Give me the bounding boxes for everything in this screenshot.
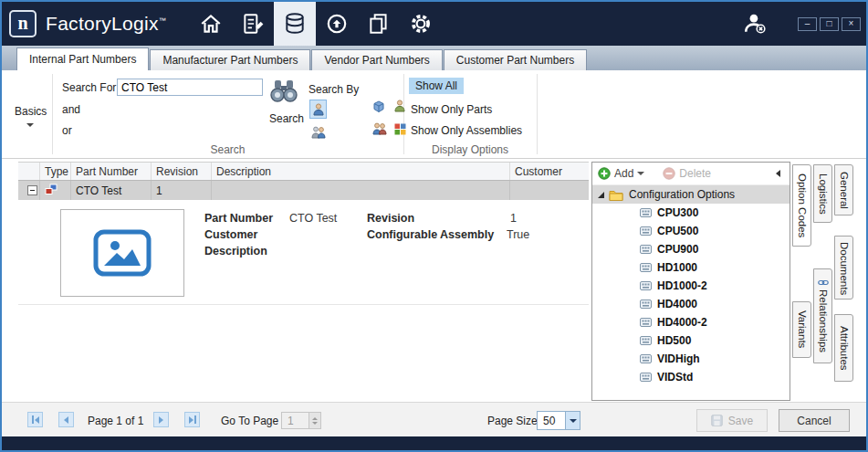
list-item[interactable]: HD4000: [592, 295, 790, 313]
search-button[interactable]: Search: [269, 112, 304, 125]
tab-manufacturer-part-numbers[interactable]: Manufacturer Part Numbers: [150, 49, 310, 70]
list-item[interactable]: CPU300: [592, 204, 790, 222]
detail-revision-label: Revision: [367, 212, 414, 225]
tab-general[interactable]: General: [834, 164, 853, 215]
production-list-icon[interactable]: [232, 2, 274, 46]
search-by-customer-icon[interactable]: [394, 123, 406, 135]
add-caret-icon: [637, 172, 644, 175]
row-part-number: CTO Test: [71, 181, 152, 200]
link-icon: [818, 279, 829, 287]
list-item[interactable]: VIDHigh: [592, 350, 790, 368]
tab-customer-part-numbers[interactable]: Customer Part Numbers: [444, 49, 587, 70]
detail-description-label: Description: [204, 245, 267, 258]
list-item[interactable]: CPU900: [592, 240, 790, 258]
goto-page-input[interactable]: 1: [281, 412, 321, 429]
part-results-grid: Type Part Number Revision Description Cu…: [18, 162, 589, 200]
search-by-label: Search By: [309, 83, 359, 96]
search-by-part-icon[interactable]: [372, 100, 385, 113]
goto-page-spinner[interactable]: [309, 413, 320, 428]
list-item[interactable]: HD1000-2: [592, 277, 790, 295]
tab-logistics[interactable]: Logistics: [813, 164, 832, 223]
table-row[interactable]: CTO Test 1: [18, 181, 589, 200]
add-plus-icon: [598, 167, 611, 180]
page-size-dropdown-icon[interactable]: [565, 412, 580, 429]
list-item[interactable]: HD1000: [592, 258, 790, 277]
assembly-type-icon: [45, 184, 58, 198]
first-page-button[interactable]: [27, 412, 43, 427]
cancel-button[interactable]: Cancel: [779, 409, 850, 432]
detail-part-number-label: Part Number: [204, 212, 273, 225]
delete-button[interactable]: Delete: [663, 167, 711, 180]
column-header-type[interactable]: Type: [40, 163, 71, 180]
search-binoculars-icon[interactable]: [268, 78, 299, 103]
tab-vendor-part-numbers[interactable]: Vendor Part Numbers: [311, 49, 442, 70]
list-item[interactable]: CPU500: [592, 222, 790, 240]
tab-variants[interactable]: Variants: [792, 301, 811, 358]
column-header-customer[interactable]: Customer: [510, 163, 589, 180]
settings-gear-icon[interactable]: [400, 2, 442, 46]
search-by-assembly-icon[interactable]: [394, 100, 405, 112]
collapse-row-button[interactable]: [27, 185, 37, 195]
column-header-revision[interactable]: Revision: [152, 163, 212, 180]
next-page-button[interactable]: [153, 412, 169, 427]
column-header-indicator: [18, 163, 40, 180]
app-window: n FactoryLogix™: [0, 0, 868, 452]
add-button[interactable]: Add: [598, 167, 644, 180]
collapse-panel-icon[interactable]: [776, 170, 780, 177]
detail-configurable-value: True: [507, 228, 529, 241]
search-by-people-icon[interactable]: [372, 122, 387, 135]
tab-internal-part-numbers[interactable]: Internal Part Numbers: [16, 47, 149, 70]
tab-option-codes[interactable]: Option Codes: [792, 164, 811, 247]
parts-library-icon[interactable]: [274, 2, 316, 46]
user-status-icon[interactable]: [743, 11, 767, 37]
show-only-parts-option[interactable]: Show Only Parts: [411, 103, 492, 116]
folder-icon: [609, 189, 624, 201]
home-icon[interactable]: [190, 2, 232, 46]
tab-attributes[interactable]: Attributes: [834, 314, 853, 382]
tree-root-configuration-options[interactable]: Configuration Options: [592, 185, 790, 204]
footer-bar: Page 1 of 1 Go To Page 1 Page Size 50 Sa…: [2, 402, 866, 436]
maximize-button[interactable]: □: [820, 17, 839, 31]
image-placeholder-icon: [93, 229, 152, 277]
minimize-button[interactable]: –: [798, 17, 817, 31]
previous-page-button[interactable]: [58, 412, 74, 427]
detail-revision-value: 1: [510, 212, 517, 225]
goto-page-label: Go To Page: [221, 415, 278, 427]
documents-icon[interactable]: [358, 2, 400, 46]
ribbon-separator: [403, 74, 404, 154]
list-item[interactable]: HD4000-2: [592, 313, 790, 331]
tree-expanded-icon[interactable]: [598, 192, 604, 198]
dispatch-icon[interactable]: [316, 2, 358, 46]
tab-documents[interactable]: Documents: [834, 236, 853, 300]
save-floppy-icon: [711, 415, 723, 426]
show-only-assemblies-option[interactable]: Show Only Assemblies: [411, 124, 522, 137]
basics-menu[interactable]: Basics: [15, 105, 47, 118]
row-description: [212, 181, 510, 200]
detail-part-number-value: CTO Test: [289, 212, 337, 225]
search-group-label: Search: [52, 143, 403, 156]
save-button[interactable]: Save: [696, 409, 768, 432]
part-image-placeholder[interactable]: [60, 209, 184, 297]
column-header-description[interactable]: Description: [212, 163, 510, 180]
search-ribbon: Basics Search For and or Search Search B…: [2, 70, 866, 159]
list-item[interactable]: VIDStd: [592, 368, 790, 386]
last-page-button[interactable]: [184, 412, 200, 427]
search-by-user-icon[interactable]: [309, 100, 327, 119]
basics-caret-icon[interactable]: [26, 123, 34, 127]
configuration-options-panel: Add Delete Configuration Options CPU300 …: [591, 162, 790, 401]
show-all-option[interactable]: Show All: [409, 78, 464, 94]
window-bottom-band: [2, 436, 866, 450]
search-by-users-icon[interactable]: [309, 122, 327, 142]
column-header-part-number[interactable]: Part Number: [71, 163, 152, 180]
tab-relationships[interactable]: Relationships: [813, 268, 832, 363]
logo-letter: n: [17, 13, 27, 33]
window-controls: – □ ×: [798, 17, 861, 31]
row-customer: [510, 181, 589, 200]
search-for-input[interactable]: [117, 79, 263, 96]
row-revision: 1: [152, 181, 212, 200]
page-size-select[interactable]: 50: [537, 411, 580, 430]
list-item[interactable]: HD500: [592, 331, 790, 350]
part-number-tabstrip: Internal Part Numbers Manufacturer Part …: [2, 46, 866, 70]
and-label: and: [62, 103, 80, 116]
close-button[interactable]: ×: [842, 17, 861, 31]
